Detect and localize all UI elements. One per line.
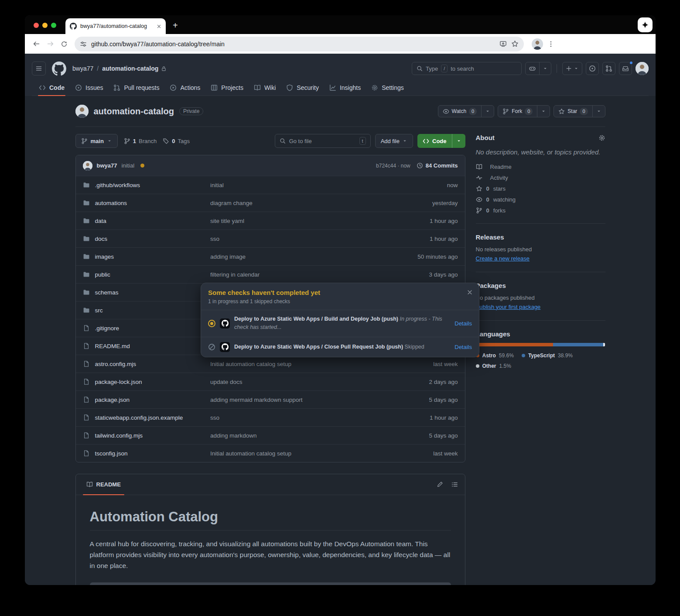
- github-logo[interactable]: [52, 62, 66, 76]
- lang-legend-typescript[interactable]: TypeScript38.9%: [522, 352, 573, 359]
- tab-settings[interactable]: Settings: [368, 81, 407, 96]
- commit-history-link[interactable]: 84 Commits: [417, 162, 458, 169]
- activity-link[interactable]: Activity: [476, 175, 605, 181]
- readme-tab[interactable]: README: [83, 474, 124, 495]
- table-row[interactable]: docssso1 hour ago: [76, 229, 465, 247]
- site-settings-icon[interactable]: [80, 41, 87, 48]
- about-settings-gear-icon[interactable]: [598, 134, 605, 141]
- code-dropdown[interactable]: [452, 134, 465, 148]
- details-link[interactable]: Details: [447, 344, 472, 350]
- edit-readme-button[interactable]: [434, 478, 447, 491]
- readme-link[interactable]: Readme: [476, 164, 605, 170]
- tab-projects[interactable]: Projects: [207, 81, 247, 96]
- global-search-input[interactable]: Type / to search: [412, 62, 522, 75]
- create-release-link[interactable]: Create a new release: [476, 255, 530, 262]
- tab-security[interactable]: Security: [283, 81, 322, 96]
- table-row[interactable]: astro.config.mjsInitial automation catal…: [76, 355, 465, 373]
- lang-legend-other[interactable]: Other1.5%: [476, 363, 511, 369]
- code-button[interactable]: Code: [417, 134, 465, 148]
- back-button[interactable]: [30, 38, 42, 50]
- table-row[interactable]: tailwind.config.mjsadding markdown5 days…: [76, 426, 465, 444]
- table-row[interactable]: datasite title yaml1 hour ago: [76, 212, 465, 229]
- shield-icon: [286, 84, 293, 91]
- publish-package-link[interactable]: Publish your first package: [476, 304, 541, 310]
- breadcrumb-repo[interactable]: automation-catalog: [102, 65, 167, 72]
- star-dropdown[interactable]: [592, 106, 605, 117]
- copilot-button[interactable]: [525, 62, 551, 75]
- tab-code[interactable]: Code: [35, 81, 68, 96]
- bookmark-star-icon[interactable]: [511, 40, 519, 48]
- breadcrumb-owner[interactable]: bwya77: [72, 65, 93, 72]
- issues-button[interactable]: [586, 62, 599, 75]
- commit-author[interactable]: bwya77: [97, 162, 117, 169]
- packages-title[interactable]: Packages: [476, 282, 605, 289]
- close-window-button[interactable]: [34, 23, 39, 28]
- commit-sha-time[interactable]: b724c44 · now: [376, 163, 410, 169]
- table-row[interactable]: automationsdiagram changeyesterday: [76, 194, 465, 212]
- url-text[interactable]: github.com/bwya77/automation-catalog/tre…: [91, 41, 495, 48]
- pull-requests-button[interactable]: [602, 62, 615, 75]
- lang-legend-astro[interactable]: Astro59.6%: [476, 352, 514, 359]
- table-row[interactable]: imagesadding image50 minutes ago: [76, 247, 465, 265]
- table-row[interactable]: package-lock.jsonupdate docs2 days ago: [76, 373, 465, 390]
- table-row[interactable]: .github/workflowsinitialnow: [76, 176, 465, 194]
- commit-author-avatar[interactable]: [83, 161, 92, 171]
- caret-down-icon: [402, 138, 407, 144]
- maximize-window-button[interactable]: [51, 23, 56, 28]
- tab-pull-requests[interactable]: Pull requests: [110, 81, 163, 96]
- address-bar[interactable]: github.com/bwya77/automation-catalog/tre…: [75, 37, 524, 51]
- extension-button[interactable]: [638, 17, 653, 32]
- watch-button[interactable]: Watch0: [438, 105, 495, 117]
- user-avatar[interactable]: [636, 62, 649, 75]
- tab-insights[interactable]: Insights: [326, 81, 364, 96]
- details-link[interactable]: Details: [447, 320, 472, 327]
- branches-link[interactable]: 1Branch: [124, 138, 157, 144]
- star-count: 0: [580, 108, 588, 115]
- commit-status-icon[interactable]: [140, 164, 144, 168]
- minimize-window-button[interactable]: [42, 23, 48, 28]
- browser-profile-avatar[interactable]: [532, 38, 543, 50]
- repo-title[interactable]: automation-catalog: [94, 106, 174, 116]
- code-icon: [423, 138, 429, 144]
- fork-button[interactable]: Fork0: [498, 105, 550, 117]
- go-to-file-input[interactable]: Go to file t: [275, 134, 371, 148]
- browser-tab[interactable]: bwya77/automation-catalog: [65, 18, 166, 34]
- tab-wiki[interactable]: Wiki: [250, 81, 279, 96]
- stars-link[interactable]: 0stars: [476, 185, 605, 192]
- new-tab-button[interactable]: +: [173, 21, 178, 31]
- copilot-dropdown[interactable]: [539, 62, 551, 75]
- close-tab-icon[interactable]: [157, 24, 161, 29]
- tab-title: bwya77/automation-catalog: [80, 23, 153, 29]
- create-new-button[interactable]: [562, 62, 582, 75]
- close-icon[interactable]: [467, 289, 473, 295]
- languages-bar[interactable]: [476, 343, 605, 346]
- watch-dropdown[interactable]: [481, 106, 494, 117]
- tags-link[interactable]: 0Tags: [163, 138, 190, 144]
- forward-button[interactable]: [44, 38, 56, 50]
- star-button[interactable]: Star0: [554, 105, 605, 117]
- table-row[interactable]: tsconfig.jsonInitial automation catalog …: [76, 444, 465, 462]
- branch-picker[interactable]: main: [75, 134, 118, 148]
- inbox-button[interactable]: [619, 62, 632, 75]
- watching-link[interactable]: 0watching: [476, 196, 605, 203]
- window-controls[interactable]: [34, 23, 56, 28]
- releases-title[interactable]: Releases: [476, 233, 605, 241]
- browser-menu-button[interactable]: [545, 38, 557, 50]
- fork-dropdown[interactable]: [537, 106, 550, 117]
- commit-message[interactable]: initial: [121, 162, 134, 169]
- table-row[interactable]: staticwebapp.config.json.examplesso1 hou…: [76, 408, 465, 426]
- file-icon: [83, 378, 90, 385]
- readme-outline-button[interactable]: [448, 478, 461, 491]
- refresh-button[interactable]: [58, 38, 70, 50]
- tab-actions[interactable]: Actions: [166, 81, 204, 96]
- add-file-button[interactable]: Add file: [375, 134, 413, 148]
- send-to-device-icon[interactable]: [499, 40, 507, 48]
- tab-issues[interactable]: Issues: [72, 81, 106, 96]
- forks-link[interactable]: 0forks: [476, 207, 605, 214]
- table-row[interactable]: publicfiltering in calendar3 days ago: [76, 265, 465, 283]
- repo-owner-avatar[interactable]: [75, 105, 89, 118]
- check-row: Deploy to Azure Static Web Apps / Build …: [201, 310, 479, 337]
- file-icon: [83, 414, 90, 421]
- global-menu-button[interactable]: [32, 62, 46, 75]
- table-row[interactable]: package.jsonadding mermaid markdown supp…: [76, 390, 465, 408]
